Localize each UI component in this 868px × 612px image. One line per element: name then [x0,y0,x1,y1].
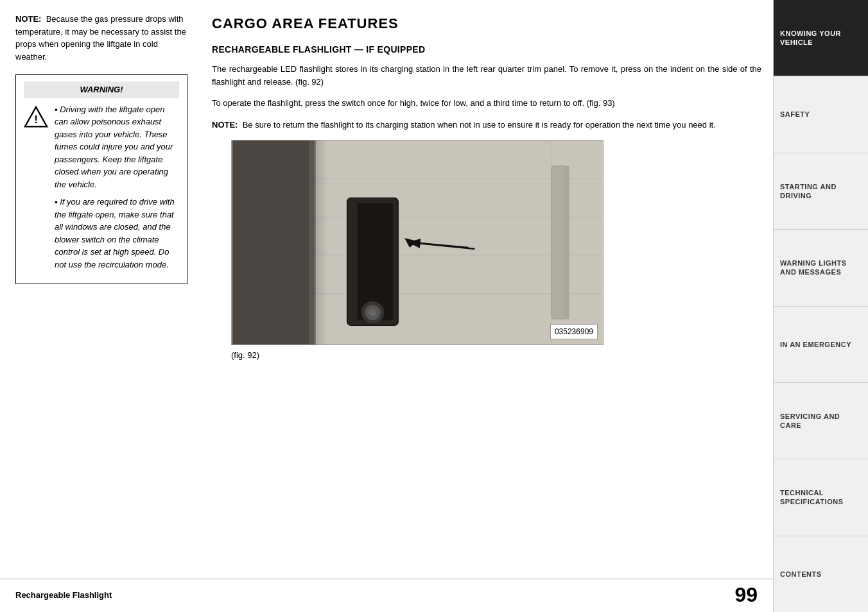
sidebar-label-starting: STARTING AND DRIVING [780,182,862,201]
footer-caption: Rechargeable Flashlight [15,590,112,600]
figure-caption: (fig. 92) [231,349,259,362]
sidebar-item-knowing[interactable]: KNOWING YOUR VEHICLE [774,0,868,76]
svg-point-15 [369,309,376,316]
svg-text:!: ! [34,113,38,125]
body-paragraph-2: To operate the flashlight, press the swi… [212,97,761,110]
columns-area: NOTE: Because the gas pressure drops wit… [0,0,773,579]
sidebar: KNOWING YOUR VEHICLE SAFETY STARTING AND… [773,0,868,612]
sidebar-item-contents[interactable]: CONTENTS [774,536,868,612]
figure-area: 035236909 (fig. 92) [212,140,761,362]
svg-rect-17 [564,166,569,319]
note-paragraph: NOTE: Be sure to return the flashlight t… [212,119,761,132]
note-body: Because the gas pressure drops with temp… [15,14,186,62]
figure-image-box: 035236909 [231,140,603,345]
sidebar-item-servicing[interactable]: SERVICING AND CARE [774,383,868,459]
inline-note-label: NOTE: [212,120,238,130]
sidebar-label-technical: TECHNICAL SPECIFICATIONS [780,488,862,507]
svg-rect-3 [232,140,315,344]
warning-header: WARNING! [24,81,179,98]
warning-body: ! • Driving with the liftgate open can a… [24,103,179,276]
svg-rect-24 [315,140,328,344]
section-title: RECHARGEABLE FLASHLIGHT — IF EQUIPPED [212,43,761,56]
sidebar-item-warning[interactable]: WARNING LIGHTS AND MESSAGES [774,230,868,306]
page-wrapper: NOTE: Because the gas pressure drops wit… [0,0,868,612]
bottom-bar: Rechargeable Flashlight 99 [0,579,773,612]
sidebar-label-warning: WARNING LIGHTS AND MESSAGES [780,259,862,277]
sidebar-label-emergency: IN AN EMERGENCY [780,340,851,349]
warning-triangle-icon: ! [24,105,48,129]
sidebar-item-starting[interactable]: STARTING AND DRIVING [774,153,868,230]
sidebar-label-knowing: KNOWING YOUR VEHICLE [780,29,862,47]
sidebar-label-safety: SAFETY [780,110,810,119]
inline-note-text: Be sure to return the flashlight to its … [243,120,716,130]
warning-bullet-1: • Driving with the liftgate open can all… [55,103,179,191]
intro-note: NOTE: Because the gas pressure drops wit… [15,13,187,63]
warning-bullet-2: • If you are required to drive with the … [55,196,179,271]
warning-box: WARNING! ! • Driving with the liftgate o… [15,74,187,284]
figure-number: 035236909 [550,324,598,339]
sidebar-label-servicing: SERVICING AND CARE [780,412,862,430]
footer-page-number: 99 [734,583,758,607]
svg-rect-12 [352,203,358,320]
article-title: CARGO AREA FEATURES [212,13,761,34]
content-wrapper: NOTE: Because the gas pressure drops wit… [0,0,773,612]
sidebar-item-technical[interactable]: TECHNICAL SPECIFICATIONS [774,459,868,536]
body-paragraph-1: The rechargeable LED flashlight stores i… [212,63,761,88]
left-column: NOTE: Because the gas pressure drops wit… [0,0,199,579]
sidebar-item-safety[interactable]: SAFETY [774,76,868,153]
figure-svg [232,140,603,344]
sidebar-label-contents: CONTENTS [780,570,822,579]
note-label: NOTE: [15,14,41,24]
warning-text: • Driving with the liftgate open can all… [55,103,179,276]
sidebar-item-emergency[interactable]: IN AN EMERGENCY [774,307,868,383]
right-column: CARGO AREA FEATURES RECHARGEABLE FLASHLI… [199,0,773,579]
